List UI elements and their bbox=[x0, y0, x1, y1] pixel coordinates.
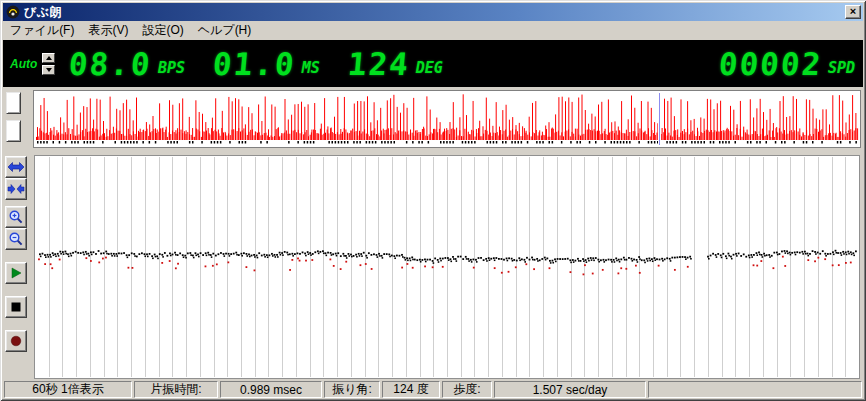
play-icon bbox=[9, 266, 23, 280]
sample-counter-value: 00002 bbox=[717, 48, 823, 80]
amplitude-unit: DEG bbox=[416, 59, 443, 77]
zoom-out-icon bbox=[8, 231, 24, 247]
waveform-canvas bbox=[34, 91, 860, 147]
status-empty-panel bbox=[648, 381, 862, 398]
left-right-arrow-icon bbox=[7, 160, 25, 174]
status-amplitude-label: 振り角: bbox=[324, 381, 380, 398]
status-rate-value: 1.507 sec/day bbox=[494, 381, 646, 398]
zoom-out-button[interactable] bbox=[5, 228, 27, 250]
led-readouts: 08.0 BPS 01.0 MS 124 DEG bbox=[69, 48, 443, 80]
bps-readout: 08.0 BPS bbox=[69, 48, 185, 80]
zoom-in-icon bbox=[8, 209, 24, 225]
sample-counter-unit: SPD bbox=[828, 59, 855, 77]
stop-icon bbox=[9, 300, 23, 314]
rate-trace-plot bbox=[34, 155, 860, 379]
menu-bar: ファイル(F) 表示(V) 設定(O) ヘルプ(H) bbox=[3, 21, 863, 40]
spin-up-button[interactable] bbox=[42, 53, 55, 63]
scroll-horizontal-button[interactable] bbox=[5, 156, 27, 178]
status-beat-time-label: 片振時間: bbox=[134, 381, 218, 398]
bps-value: 08.0 bbox=[68, 48, 153, 80]
record-icon bbox=[9, 334, 23, 348]
status-bar: 60秒 1倍表示 片振時間: 0.989 msec 振り角: 124 度 歩度:… bbox=[3, 380, 863, 398]
play-button[interactable] bbox=[5, 262, 27, 284]
auto-mode-label: Auto bbox=[10, 57, 37, 71]
rate-trace-canvas bbox=[35, 156, 859, 378]
arrows-inward-icon bbox=[7, 182, 25, 196]
beat-error-value: 01.0 bbox=[212, 48, 297, 80]
title-bar: びぶ朗 × bbox=[3, 3, 863, 21]
amplitude-readout: 124 DEG bbox=[348, 48, 443, 80]
app-icon bbox=[6, 5, 20, 19]
beat-error-readout: 01.0 MS bbox=[213, 48, 320, 80]
spin-down-button[interactable] bbox=[42, 65, 55, 75]
zoom-in-button[interactable] bbox=[5, 206, 27, 228]
app-window: びぶ朗 × ファイル(F) 表示(V) 設定(O) ヘルプ(H) Auto 08… bbox=[0, 0, 866, 401]
sample-counter-readout: 00002 SPD bbox=[719, 48, 855, 80]
menu-help[interactable]: ヘルプ(H) bbox=[191, 20, 259, 41]
fit-horizontal-button[interactable] bbox=[5, 178, 27, 200]
status-rate-label: 歩度: bbox=[442, 381, 492, 398]
waveform-display bbox=[33, 90, 861, 148]
auto-mode-block: Auto bbox=[10, 53, 55, 75]
bps-unit: BPS bbox=[158, 59, 185, 77]
led-display-panel: Auto 08.0 BPS 01.0 MS 124 DEG 00002 SPD bbox=[3, 40, 863, 87]
window-title: びぶ朗 bbox=[24, 4, 845, 21]
record-button[interactable] bbox=[5, 330, 27, 352]
close-button[interactable]: × bbox=[845, 5, 861, 19]
amplitude-value: 124 bbox=[346, 48, 411, 80]
menu-settings[interactable]: 設定(O) bbox=[135, 20, 190, 41]
status-display-mode: 60秒 1倍表示 bbox=[4, 381, 132, 398]
menu-view[interactable]: 表示(V) bbox=[81, 20, 135, 41]
beat-error-unit: MS bbox=[302, 59, 320, 77]
status-beat-time-value: 0.989 msec bbox=[220, 381, 322, 398]
auto-spinner bbox=[42, 53, 55, 75]
chevron-down-icon bbox=[46, 68, 52, 72]
wave-channel-button-bottom[interactable] bbox=[6, 120, 21, 142]
status-amplitude-value: 124 度 bbox=[382, 381, 440, 398]
stop-button[interactable] bbox=[5, 296, 27, 318]
chevron-up-icon bbox=[46, 56, 52, 60]
menu-file[interactable]: ファイル(F) bbox=[3, 20, 81, 41]
wave-channel-button-top[interactable] bbox=[6, 92, 21, 114]
